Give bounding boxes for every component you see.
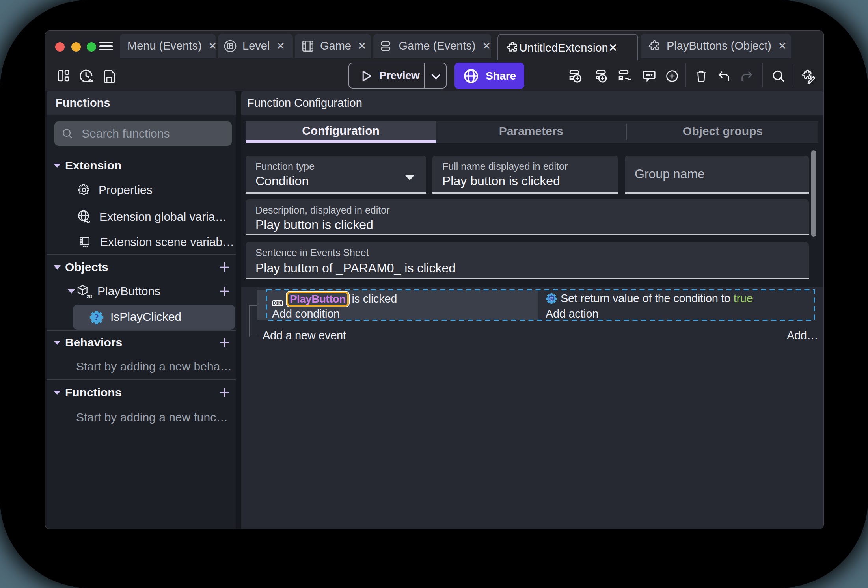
svg-text:?: ? <box>94 312 99 322</box>
svg-text:2D: 2D <box>87 294 92 298</box>
svg-text:G: G <box>549 296 554 302</box>
